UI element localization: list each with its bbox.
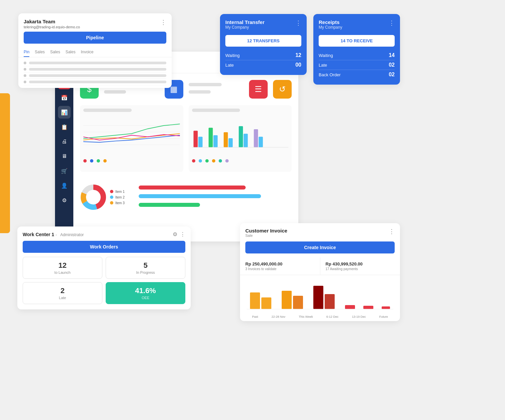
erp-sidebar: » 📅 📊 📋 🖨 🖥 🛒 👤 ⚙	[55, 73, 73, 241]
svg-rect-11	[228, 138, 233, 147]
receipts-dots-icon[interactable]: ⋮	[389, 19, 395, 34]
crm-tab-invoice[interactable]: Invoice	[81, 48, 93, 57]
inv-dots-icon[interactable]: ⋮	[389, 228, 395, 235]
legend-dot	[212, 159, 215, 163]
sidebar-icon-cart[interactable]: 🛒	[58, 165, 71, 177]
chart-label-dec6: 6-12 Dec	[326, 315, 339, 318]
svg-rect-10	[223, 132, 228, 147]
yellow-accent	[0, 93, 10, 233]
crm-tab-sales3[interactable]: Sales	[65, 48, 75, 57]
svg-rect-15	[258, 137, 263, 148]
svg-rect-12	[239, 126, 243, 147]
sidebar-icon-user[interactable]: 👤	[58, 179, 71, 192]
receipts-waiting-row: Waiting 14	[319, 51, 395, 60]
receipts-backorder-row: Back Order 02	[319, 70, 395, 79]
sidebar-icon-print[interactable]: 🖨	[58, 135, 71, 148]
sidebar-icon-list[interactable]: 📋	[58, 121, 71, 133]
wc-header: Work Center 1 - Administrator ⚙ ⋮	[17, 226, 191, 241]
receipts-backorder-value: 02	[389, 72, 395, 78]
svg-rect-25	[313, 286, 323, 309]
crm-tab-sales2[interactable]: Sales	[50, 48, 60, 57]
sidebar-icon-monitor[interactable]: 🖥	[58, 150, 71, 163]
legend-item: Item 1	[110, 190, 125, 194]
wc-settings-icon[interactable]: ⚙	[173, 231, 177, 237]
hbar-section	[139, 177, 292, 217]
crm-pipeline-button[interactable]: Pipeline	[24, 32, 166, 44]
wc-dots-icon[interactable]: ⋮	[180, 231, 185, 237]
wc-header-icons: ⚙ ⋮	[173, 231, 185, 237]
inv-header: Customer Invoice Sale ⋮	[240, 223, 400, 239]
wc-stat-oee: 41.6% OEE	[106, 282, 185, 304]
internal-transfer-card: Internal Transfer My Company ⋮ 12 TRANSF…	[220, 14, 307, 75]
bar-chart-box	[189, 105, 292, 172]
chart-label-nov: 22-28 Nov	[272, 315, 286, 318]
receipts-late-row: Late 02	[319, 60, 395, 70]
receipts-card: Receipts My Company ⋮ 14 TO RECEIVE Wait…	[313, 14, 400, 85]
donut-section: Item 1 Item 2 Item 3	[80, 177, 133, 217]
wc-stats-grid: 12 to Launch 5 In Progress 2 Late 41.6% …	[17, 257, 191, 304]
hbar-red	[139, 186, 246, 190]
sidebar-icon-calendar[interactable]: 📅	[58, 91, 71, 104]
wc-stat-launch: 12 to Launch	[23, 257, 102, 279]
receipts-backorder-label: Back Order	[319, 72, 341, 77]
svg-rect-7	[198, 137, 202, 148]
svg-rect-26	[325, 294, 335, 309]
widget-doc-icon[interactable]: ☰	[249, 80, 268, 99]
wc-stat-launch-num: 12	[27, 261, 98, 270]
chart-legend	[83, 159, 180, 163]
legend-item: Item 2	[110, 196, 125, 199]
transfer-waiting-label: Waiting	[225, 53, 240, 58]
receipts-button[interactable]: 14 TO RECEIVE	[319, 35, 395, 47]
inv-chart: Past 22-28 Nov This Week 6-12 Dec 13-19 …	[240, 275, 400, 321]
legend-dot	[110, 196, 113, 199]
legend-dot-red	[83, 159, 87, 163]
hbar-blue	[139, 194, 261, 198]
legend-dot	[192, 159, 195, 163]
chart-label-future: Future	[379, 315, 388, 318]
crm-tab-sales1[interactable]: Sales	[35, 48, 45, 57]
crm-tabs: Pin Sales Sales Sales Invoice	[18, 48, 172, 57]
svg-rect-13	[243, 134, 248, 147]
wc-orders-button[interactable]: Work Orders	[23, 241, 185, 253]
list-dot	[24, 62, 26, 64]
list-item	[24, 60, 166, 66]
list-dot	[24, 81, 26, 83]
crm-tab-pin[interactable]: Pin	[24, 48, 29, 57]
crm-dots-icon[interactable]: ⋮	[160, 19, 166, 26]
sidebar-icon-settings[interactable]: ⚙	[58, 194, 71, 207]
list-item	[24, 79, 166, 85]
bar-chart-svg	[192, 115, 289, 155]
wc-stat-late-num: 2	[27, 286, 98, 295]
crm-title: Jakarta Team	[24, 19, 80, 24]
create-invoice-button[interactable]: Create Invoice	[245, 241, 395, 253]
workcenter-card: Work Center 1 - Administrator ⚙ ⋮ Work O…	[17, 226, 191, 309]
wc-stat-late: 2 Late	[23, 282, 102, 304]
wc-title: Work Center 1	[23, 232, 54, 237]
inv-subtitle: Sale	[245, 233, 287, 237]
donut-chart-svg	[80, 184, 107, 210]
list-bar	[29, 74, 166, 77]
inv-amount-value2: Rp 430,999,520.00	[326, 261, 395, 266]
transfer-late-value: 00	[295, 62, 301, 68]
legend-dot	[110, 201, 113, 205]
svg-rect-6	[193, 131, 198, 147]
donut-legend: Item 1 Item 2 Item 3	[110, 190, 125, 205]
inv-amount-label2: 17 Awaiting payments	[326, 267, 395, 271]
list-dot	[24, 74, 26, 77]
svg-rect-22	[261, 297, 271, 309]
line-chart-svg	[83, 115, 180, 155]
wc-admin: Administrator	[60, 232, 84, 237]
widget-refresh-icon[interactable]: ↺	[273, 80, 292, 99]
transfer-late-label: Late	[225, 63, 234, 68]
inv-amount-label1: 3 Invoices to validate	[245, 267, 315, 271]
svg-rect-28	[363, 306, 373, 309]
transfer-dots-icon[interactable]: ⋮	[295, 19, 301, 34]
sidebar-icon-chart[interactable]: 📊	[58, 106, 71, 119]
inv-amounts: Rp 250,490,000.00 3 Invoices to validate…	[240, 257, 400, 275]
transfers-button[interactable]: 12 TRANSFERS	[225, 35, 301, 47]
line-chart-box	[80, 105, 183, 172]
svg-rect-23	[282, 291, 292, 309]
legend-dot	[110, 190, 113, 193]
inv-chart-svg	[245, 279, 395, 312]
legend-dot	[219, 159, 222, 163]
